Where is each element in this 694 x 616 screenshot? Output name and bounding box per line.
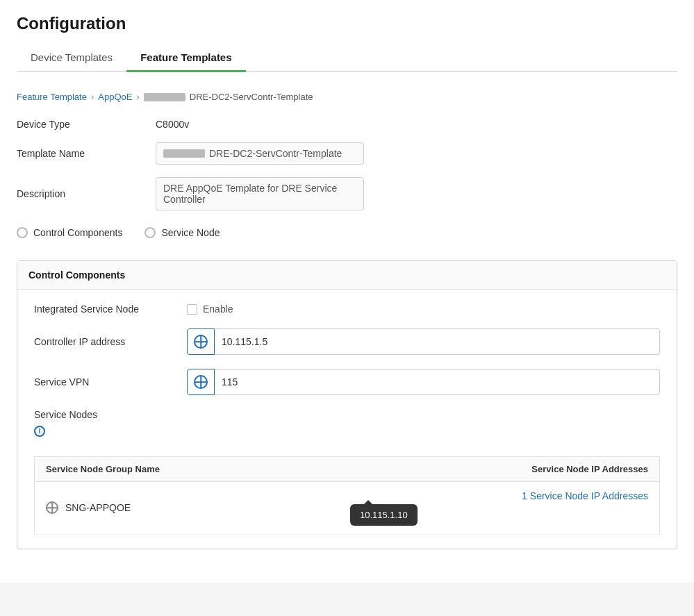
service-nodes-table: Service Node Group Name Service Node IP … bbox=[34, 456, 660, 535]
description-label: Description bbox=[17, 188, 156, 199]
radio-service-node-label: Service Node bbox=[161, 227, 220, 238]
template-name-input[interactable]: DRE-DC2-ServContr-Template bbox=[156, 142, 364, 165]
service-vpn-label: Service VPN bbox=[34, 376, 187, 388]
breadcrumb: Feature Template › AppQoE › DRE-DC2-Serv… bbox=[17, 83, 677, 102]
table-row: SNG-APPQOE 1 Service Node IP Addresses 1… bbox=[35, 481, 660, 534]
enable-label: Enable bbox=[203, 303, 233, 315]
breadcrumb-redacted-block bbox=[144, 93, 185, 101]
controller-ip-input[interactable] bbox=[215, 328, 660, 355]
radio-service-node-circle bbox=[144, 227, 156, 238]
tab-device-templates[interactable]: Device Templates bbox=[17, 44, 126, 72]
tab-bar: Device Templates Feature Templates bbox=[17, 44, 677, 72]
col-group-name-header: Service Node Group Name bbox=[35, 456, 333, 481]
radio-service-node[interactable]: Service Node bbox=[144, 227, 220, 238]
service-nodes-table-body: SNG-APPQOE 1 Service Node IP Addresses 1… bbox=[35, 481, 660, 534]
integrated-service-node-row: Integrated Service Node Enable bbox=[34, 303, 660, 315]
service-nodes-table-head: Service Node Group Name Service Node IP … bbox=[35, 456, 660, 481]
breadcrumb-current-text: DRE-DC2-ServContr-Template bbox=[190, 92, 313, 102]
tab-feature-templates[interactable]: Feature Templates bbox=[126, 44, 245, 72]
breadcrumb-current: DRE-DC2-ServContr-Template bbox=[144, 92, 313, 102]
sng-ip-cell: 1 Service Node IP Addresses 10.115.1.10 bbox=[333, 481, 660, 534]
description-input-value: DRE AppQoE Template for DRE Service Cont… bbox=[163, 183, 356, 205]
form-section: Device Type C8000v Template Name DRE-DC2… bbox=[17, 119, 677, 210]
panel-body: Integrated Service Node Enable Controlle… bbox=[17, 290, 677, 549]
template-name-row: Template Name DRE-DC2-ServContr-Template bbox=[17, 142, 677, 165]
controller-ip-row: Controller IP address bbox=[34, 328, 660, 355]
service-vpn-globe-btn[interactable] bbox=[187, 369, 215, 395]
template-name-input-value: DRE-DC2-ServContr-Template bbox=[209, 148, 342, 159]
service-vpn-input[interactable] bbox=[215, 369, 660, 395]
service-vpn-row: Service VPN bbox=[34, 369, 660, 395]
breadcrumb-sep-1: › bbox=[91, 92, 94, 102]
integrated-service-node-label: Integrated Service Node bbox=[34, 303, 187, 315]
device-type-value: C8000v bbox=[156, 119, 189, 130]
radio-group: Control Components Service Node bbox=[17, 227, 677, 238]
service-nodes-info-icon[interactable]: i bbox=[34, 426, 45, 437]
controller-ip-input-group bbox=[187, 328, 660, 355]
controller-ip-globe-icon bbox=[194, 335, 208, 349]
template-name-redacted bbox=[163, 149, 205, 158]
radio-control-components-label: Control Components bbox=[33, 227, 122, 238]
template-name-label: Template Name bbox=[17, 148, 156, 159]
breadcrumb-sep-2: › bbox=[136, 92, 139, 102]
service-vpn-globe-icon bbox=[194, 375, 208, 389]
controller-ip-label: Controller IP address bbox=[34, 336, 187, 347]
sng-name-cell: SNG-APPQOE bbox=[35, 481, 333, 534]
breadcrumb-appqoe[interactable]: AppQoE bbox=[98, 92, 132, 102]
page-title: Configuration bbox=[17, 14, 677, 33]
device-type-row: Device Type C8000v bbox=[17, 119, 677, 130]
sng-tooltip-row: 10.115.1.10 bbox=[345, 504, 648, 526]
sng-globe-icon bbox=[46, 501, 58, 514]
service-nodes-section: Service Nodes i Service Node Group Name … bbox=[34, 409, 660, 535]
service-vpn-input-group bbox=[187, 369, 660, 395]
device-type-label: Device Type bbox=[17, 119, 156, 130]
service-nodes-title: Service Nodes bbox=[34, 409, 660, 420]
breadcrumb-feature-template[interactable]: Feature Template bbox=[17, 92, 87, 102]
control-components-panel: Control Components Integrated Service No… bbox=[17, 260, 677, 549]
main-content: Feature Template › AppQoE › DRE-DC2-Serv… bbox=[0, 72, 694, 583]
description-row: Description DRE AppQoE Template for DRE … bbox=[17, 177, 677, 210]
description-input[interactable]: DRE AppQoE Template for DRE Service Cont… bbox=[156, 177, 364, 210]
sng-name-value: SNG-APPQOE bbox=[65, 502, 131, 513]
radio-control-components-circle bbox=[17, 227, 28, 238]
enable-checkbox-container: Enable bbox=[187, 303, 233, 315]
sng-tooltip: 10.115.1.10 bbox=[350, 504, 418, 526]
enable-checkbox[interactable] bbox=[187, 304, 197, 315]
col-ip-addresses-header: Service Node IP Addresses bbox=[333, 456, 660, 481]
sng-ip-link[interactable]: 1 Service Node IP Addresses bbox=[522, 490, 648, 501]
panel-header: Control Components bbox=[17, 261, 677, 290]
controller-ip-globe-btn[interactable] bbox=[187, 328, 215, 355]
radio-control-components[interactable]: Control Components bbox=[17, 227, 122, 238]
